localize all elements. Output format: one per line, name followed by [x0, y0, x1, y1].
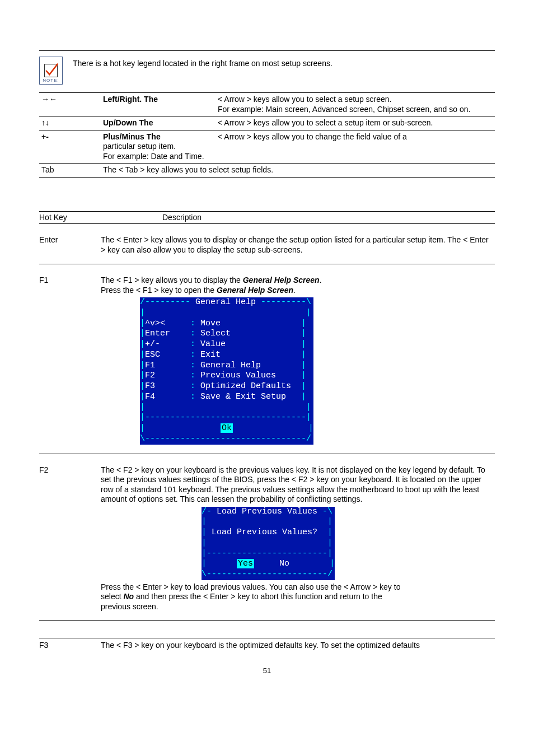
nav-desc-line1: < Arrow > keys allow you to select a set…	[218, 95, 392, 104]
t1-row-k: +/-	[145, 339, 190, 349]
f2-tail-l3: previous screen.	[101, 602, 158, 611]
nav-label-bold: Plus/Minus The	[103, 132, 161, 141]
table-row: ↑↓ Up/Down The < Arrow > keys allow you …	[39, 116, 495, 130]
nav-label: Up/Down The	[101, 116, 216, 130]
hotkey-key: F2	[39, 465, 101, 612]
hotkey-f1-row: F1 The < F1 > key allows you to display …	[39, 276, 495, 445]
nav-sym: ↑↓	[39, 116, 101, 130]
hotkey-key: F3	[39, 641, 101, 651]
f1-general-help-screen2: General Help Screen	[217, 286, 293, 295]
t1-title: General Help	[195, 297, 256, 307]
hotkey-header-desc: Description	[101, 213, 495, 223]
hotkey-desc: The < F1 > key allows you to display the…	[101, 276, 495, 445]
t1-row-v: Select	[200, 329, 231, 338]
hotkey-desc: The < Enter > key allows you to display …	[101, 235, 495, 255]
table-row: →← Left/Right. The < Arrow > keys allow …	[39, 93, 495, 116]
f1-line1-tail: .	[320, 276, 322, 284]
f2-tail-l2a: select	[101, 592, 123, 601]
t2-no-button[interactable]: No	[279, 559, 289, 568]
hotkey-f2-row: F2 The < F2 > key on your keyboard is th…	[39, 465, 495, 612]
t1-row-v: Move	[200, 319, 221, 328]
hotkey-header-key: Hot Key	[39, 213, 101, 223]
t1-ok-button[interactable]: Ok	[221, 423, 233, 433]
divider	[39, 620, 495, 621]
nav-desc: < Arrow > keys allow you to select a set…	[216, 93, 495, 116]
f1-line2-tail: .	[293, 286, 296, 295]
hotkey-enter-row: Enter The < Enter > key allows you to di…	[39, 235, 495, 255]
t1-row-v: Optimized Defaults	[200, 381, 291, 391]
f2-text: The < F2 > key on your keyboard is the p…	[101, 465, 485, 504]
t1-row-v: Value	[200, 339, 226, 349]
divider	[39, 264, 495, 264]
nav-desc: < Arrow > keys allow you to select a set…	[216, 116, 495, 130]
t2-yes-button[interactable]: Yes	[237, 559, 254, 568]
hotkey-desc: The < F3 > key on your keyboard is the o…	[101, 641, 495, 651]
table-row: Tab The < Tab > key allows you to select…	[39, 164, 495, 178]
hotkey-key: F1	[39, 276, 101, 445]
f1-general-help-screen: General Help Screen	[243, 276, 320, 284]
f2-tail-l2b: and then press the < Enter > key to abor…	[136, 592, 382, 601]
hotkey-desc: The < F2 > key on your keyboard is the p…	[101, 465, 495, 612]
note-icon: NOTE:	[39, 57, 63, 85]
t2-body: Load Previous Values?	[207, 528, 322, 537]
nav-sym: →←	[39, 93, 101, 116]
t1-row-k: F3	[145, 381, 190, 391]
page-number: 51	[39, 666, 495, 675]
nav-desc: < Arrow > keys allow you to change the f…	[216, 130, 495, 164]
t1-row-k: ESC	[145, 350, 190, 360]
t1-row-v: Exit	[200, 350, 221, 360]
t1-dash-r: ---------\	[256, 297, 311, 307]
t1-row-k: F4	[145, 392, 190, 402]
nav-extra2: For example: Date and Time.	[103, 152, 204, 161]
hotkey-f3-row: F3 The < F3 > key on your keyboard is th…	[39, 641, 495, 651]
t1-row-k: Enter	[145, 329, 190, 338]
t1-row-v: General Help	[200, 361, 261, 370]
table-row: +- Plus/Minus The particular setup item.…	[39, 130, 495, 164]
nav-label: Plus/Minus The particular setup item. Fo…	[101, 130, 216, 164]
note-text: There is a hot key legend located in the…	[73, 54, 495, 69]
f2-tail: Press the < Enter > key to load previous…	[101, 582, 495, 612]
nav-sym: +-	[39, 130, 101, 164]
t1-row-k: F2	[145, 371, 190, 380]
hotkey-header: Hot Key Description	[39, 211, 495, 225]
f2-no-bold: No	[123, 592, 134, 601]
f2-tail-l1: Press the < Enter > key to load previous…	[101, 582, 400, 591]
nav-label: Left/Right. The	[101, 93, 216, 116]
t2-title: Load Previous Values	[212, 507, 322, 516]
divider	[39, 454, 495, 454]
nav-full: The < Tab > key allows you to select set…	[101, 164, 495, 178]
t1-row-v: Previous Values	[200, 371, 276, 380]
t1-row-k: F1	[145, 361, 190, 370]
divider	[39, 638, 495, 638]
hotkey-key: Enter	[39, 235, 101, 255]
terminal-general-help: /--------- General Help ---------\ | | |…	[140, 297, 495, 445]
terminal-load-previous: /- Load Previous Values -\ | | | Load Pr…	[202, 507, 495, 580]
note-block: NOTE: There is a hot key legend located …	[39, 50, 495, 85]
t1-row-v: Save & Exit Setup	[200, 392, 286, 402]
nav-extra1: particular setup item.	[103, 142, 176, 151]
note-label: NOTE:	[40, 78, 62, 83]
checkmark-icon	[43, 63, 59, 78]
f1-line1: The < F1 > key allows you to display the	[101, 276, 243, 284]
t1-dash-l: /---------	[140, 297, 195, 307]
nav-sym: Tab	[39, 164, 101, 178]
nav-key-table: →← Left/Right. The < Arrow > keys allow …	[39, 92, 495, 178]
f1-line2a: Press the < F1 > key to open the	[101, 286, 217, 295]
t1-row-k: ^v><	[145, 319, 190, 328]
nav-desc-line2: For example: Main screen, Advanced scree…	[218, 105, 470, 114]
